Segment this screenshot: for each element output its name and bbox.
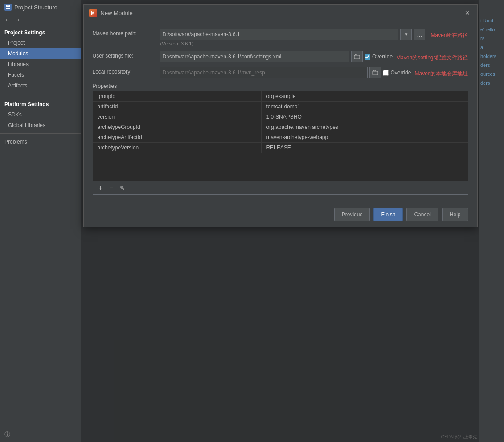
prop-key: archetypeGroupId	[93, 122, 262, 132]
dialog-overlay: M New Module ✕ Maven home path: ▼ …	[81, 0, 479, 442]
local-repo-override-label: Override	[383, 70, 411, 76]
app-title: Project Structure	[14, 4, 57, 11]
maven-home-input[interactable]	[160, 29, 399, 40]
maven-home-label: Maven home path:	[93, 29, 160, 37]
table-row[interactable]: archetypeGroupId org.apache.maven.archet…	[93, 122, 468, 132]
finish-button[interactable]: Finish	[373, 208, 403, 221]
prop-key: artifactId	[93, 102, 262, 112]
right-panel-item: ources	[480, 71, 503, 77]
maven-home-annotation: Maven所在路径	[430, 30, 468, 39]
right-panel-item: holders	[480, 54, 503, 59]
right-panel-item: a	[480, 45, 503, 50]
local-repo-browse-button[interactable]	[369, 67, 381, 78]
svg-rect-2	[8, 5, 10, 7]
local-repo-override-checkbox[interactable]	[383, 70, 389, 76]
properties-data-table: groupId org.example artifactId tomcat-de…	[93, 91, 468, 153]
previous-button[interactable]: Previous	[334, 208, 370, 221]
prop-value: 1.0-SNAPSHOT	[262, 112, 468, 122]
right-panel-content: t Roote\hellorsaholdersdersourcesders	[479, 0, 504, 103]
sidebar-divider-2	[0, 133, 81, 134]
prop-key: archetypeArtifactId	[93, 132, 262, 143]
prop-value: RELEASE	[262, 143, 468, 153]
local-repo-row: Local repository:	[93, 67, 468, 78]
maven-home-dropdown-button[interactable]: ▼	[400, 29, 412, 40]
maven-version-text: (Version: 3.6.1)	[160, 41, 468, 46]
help-icon[interactable]: ⓘ	[4, 431, 10, 438]
prop-key: groupId	[93, 91, 262, 102]
table-row[interactable]: version 1.0-SNAPSHOT	[93, 112, 468, 122]
new-module-dialog: M New Module ✕ Maven home path: ▼ …	[83, 4, 478, 227]
back-arrow[interactable]: ←	[4, 16, 11, 23]
sidebar-divider	[0, 94, 81, 94]
dialog-footer: Previous Finish Cancel Help	[84, 202, 477, 227]
sidebar-item-artifacts[interactable]: Artifacts	[0, 80, 81, 91]
sidebar-item-problems[interactable]: Problems	[0, 136, 81, 147]
properties-section: Properties groupId org.example artifactI…	[93, 83, 468, 195]
sidebar-item-libraries[interactable]: Libraries	[0, 59, 81, 70]
prop-key: version	[93, 112, 262, 122]
maven-home-browse-button[interactable]: …	[414, 29, 425, 40]
table-row[interactable]: archetypeArtifactId maven-archetype-weba…	[93, 132, 468, 143]
prop-value: maven-archetype-webapp	[262, 132, 468, 143]
user-settings-field-row: Override Maven的settings配置文件路径	[160, 51, 468, 62]
forward-arrow[interactable]: →	[14, 16, 20, 23]
right-panel-item: rs	[480, 36, 503, 41]
maven-home-row: Maven home path: ▼ … Maven所在路径 (Version:…	[93, 29, 468, 46]
user-settings-browse-button[interactable]	[351, 51, 363, 62]
remove-property-button[interactable]: −	[107, 183, 116, 193]
local-repo-field-row: Override Maven的本地仓库地址	[160, 67, 468, 78]
platform-settings-title: Platform Settings	[0, 97, 81, 109]
table-row[interactable]: artifactId tomcat-demo1	[93, 102, 468, 112]
local-repo-field-group: Override Maven的本地仓库地址	[160, 67, 468, 78]
sidebar-item-global-libraries[interactable]: Global Libraries	[0, 120, 81, 131]
dialog-titlebar: M New Module ✕	[84, 5, 477, 21]
project-settings-title: Project Settings	[0, 25, 81, 37]
table-row[interactable]: archetypeVersion RELEASE	[93, 143, 468, 153]
add-property-button[interactable]: +	[96, 183, 106, 193]
user-settings-override-label: Override	[365, 54, 393, 60]
sidebar-item-modules[interactable]: Modules	[0, 48, 81, 59]
cancel-button[interactable]: Cancel	[406, 208, 438, 221]
watermark: CSDN @码上奉先	[441, 434, 477, 440]
user-settings-label: User settings file:	[93, 51, 160, 59]
properties-toolbar: + − ✎	[93, 181, 468, 194]
nav-arrows: ← →	[0, 14, 81, 25]
prop-value: org.example	[262, 91, 468, 102]
dialog-close-button[interactable]: ✕	[463, 8, 472, 17]
user-settings-row: User settings file:	[93, 51, 468, 62]
prop-key: archetypeVersion	[93, 143, 262, 153]
table-row[interactable]: groupId org.example	[93, 91, 468, 102]
svg-rect-3	[6, 8, 8, 9]
properties-table-body: groupId org.example artifactId tomcat-de…	[93, 91, 468, 181]
prop-value: org.apache.maven.archetypes	[262, 122, 468, 132]
app-icon	[4, 4, 12, 11]
right-panel-item: t Root	[480, 18, 503, 23]
sidebar-item-sdks[interactable]: SDKs	[0, 109, 81, 120]
help-button[interactable]: Help	[442, 208, 468, 221]
sidebar-item-facets[interactable]: Facets	[0, 70, 81, 80]
maven-home-field-group: ▼ … Maven所在路径 (Version: 3.6.1)	[160, 29, 468, 46]
prop-value: tomcat-demo1	[262, 102, 468, 112]
right-panel-item: ders	[480, 80, 503, 86]
right-panel-item: ders	[480, 62, 503, 68]
svg-rect-0	[4, 4, 12, 11]
main-area: M New Module ✕ Maven home path: ▼ …	[81, 0, 504, 442]
local-repo-annotation: Maven的本地仓库地址	[414, 68, 468, 78]
sidebar-item-project[interactable]: Project	[0, 37, 81, 48]
local-repo-input[interactable]	[160, 67, 368, 78]
user-settings-annotation: Maven的settings配置文件路径	[396, 52, 468, 62]
user-settings-input[interactable]	[160, 51, 350, 62]
app-title-bar: Project Structure	[0, 0, 81, 14]
user-settings-field-group: Override Maven的settings配置文件路径	[160, 51, 468, 62]
right-panel-item: e\hello	[480, 27, 503, 32]
edit-property-button[interactable]: ✎	[117, 183, 127, 193]
dialog-title: New Module	[101, 10, 463, 17]
properties-title: Properties	[93, 83, 468, 89]
svg-rect-6	[373, 71, 378, 75]
user-settings-override-checkbox[interactable]	[365, 54, 370, 60]
dialog-icon: M	[89, 9, 97, 17]
sidebar: Project Structure ← → Project Settings P…	[0, 0, 81, 442]
maven-home-field-row: ▼ … Maven所在路径	[160, 29, 468, 40]
svg-rect-4	[8, 8, 10, 9]
local-repo-label: Local repository:	[93, 67, 160, 75]
